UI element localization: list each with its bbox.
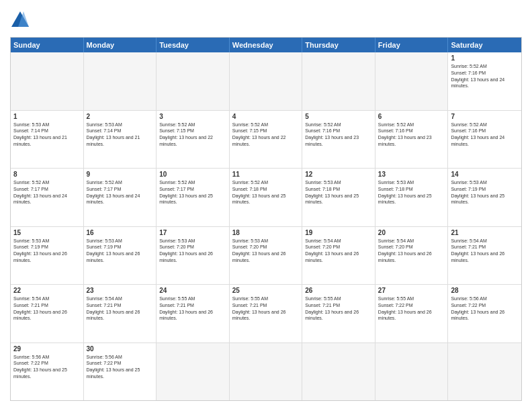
day-number: 27 bbox=[378, 287, 445, 294]
day-number: 22 bbox=[13, 287, 81, 294]
day-number: 5 bbox=[305, 113, 372, 120]
calendar-cell: 14Sunrise: 5:53 AMSunset: 7:19 PMDayligh… bbox=[448, 169, 521, 226]
calendar-cell bbox=[230, 52, 303, 110]
calendar-cell bbox=[11, 52, 84, 110]
calendar-cell: 15Sunrise: 5:53 AMSunset: 7:19 PMDayligh… bbox=[11, 227, 84, 285]
day-number: 23 bbox=[87, 287, 154, 294]
calendar-cell bbox=[230, 343, 303, 401]
calendar-cell: 24Sunrise: 5:55 AMSunset: 7:21 PMDayligh… bbox=[157, 285, 230, 342]
calendar-cell: 16Sunrise: 5:53 AMSunset: 7:19 PMDayligh… bbox=[84, 227, 157, 285]
day-number: 17 bbox=[159, 229, 226, 236]
cell-info: Sunrise: 5:56 AMSunset: 7:22 PMDaylight:… bbox=[13, 354, 81, 380]
calendar-page: SundayMondayTuesdayWednesdayThursdayFrid… bbox=[0, 0, 532, 411]
cell-info: Sunrise: 5:55 AMSunset: 7:21 PMDaylight:… bbox=[305, 295, 372, 322]
day-number: 25 bbox=[232, 287, 300, 294]
cell-info: Sunrise: 5:54 AMSunset: 7:20 PMDaylight:… bbox=[305, 238, 372, 264]
cell-info: Sunrise: 5:54 AMSunset: 7:21 PMDaylight:… bbox=[87, 295, 154, 322]
day-number: 2 bbox=[87, 113, 154, 120]
calendar-header-cell: Wednesday bbox=[230, 38, 303, 52]
calendar-cell: 3Sunrise: 5:52 AMSunset: 7:15 PMDaylight… bbox=[157, 111, 230, 169]
day-number: 9 bbox=[87, 171, 154, 178]
calendar-row: 22Sunrise: 5:54 AMSunset: 7:21 PMDayligh… bbox=[11, 285, 521, 343]
page-header bbox=[10, 10, 522, 30]
day-number: 28 bbox=[451, 287, 519, 294]
cell-info: Sunrise: 5:52 AMSunset: 7:16 PMDaylight:… bbox=[451, 122, 519, 148]
cell-info: Sunrise: 5:53 AMSunset: 7:19 PMDaylight:… bbox=[87, 238, 154, 264]
cell-info: Sunrise: 5:54 AMSunset: 7:21 PMDaylight:… bbox=[451, 238, 519, 264]
calendar-cell: 8Sunrise: 5:52 AMSunset: 7:17 PMDaylight… bbox=[11, 169, 84, 226]
calendar-cell: 28Sunrise: 5:56 AMSunset: 7:22 PMDayligh… bbox=[448, 285, 521, 342]
day-number: 21 bbox=[451, 229, 519, 236]
calendar-body: 1Sunrise: 5:52 AMSunset: 7:16 PMDaylight… bbox=[11, 52, 521, 400]
cell-info: Sunrise: 5:56 AMSunset: 7:22 PMDaylight:… bbox=[451, 295, 519, 322]
calendar-cell bbox=[302, 343, 375, 401]
day-number: 1 bbox=[451, 54, 519, 62]
cell-info: Sunrise: 5:53 AMSunset: 7:20 PMDaylight:… bbox=[159, 238, 226, 264]
calendar-cell bbox=[448, 343, 521, 401]
cell-info: Sunrise: 5:52 AMSunset: 7:17 PMDaylight:… bbox=[87, 179, 154, 205]
cell-info: Sunrise: 5:52 AMSunset: 7:16 PMDaylight:… bbox=[378, 122, 445, 148]
calendar-cell: 11Sunrise: 5:52 AMSunset: 7:18 PMDayligh… bbox=[230, 169, 303, 226]
calendar-cell: 2Sunrise: 5:53 AMSunset: 7:14 PMDaylight… bbox=[84, 111, 157, 169]
calendar-cell: 4Sunrise: 5:52 AMSunset: 7:15 PMDaylight… bbox=[230, 111, 303, 169]
cell-info: Sunrise: 5:55 AMSunset: 7:21 PMDaylight:… bbox=[232, 295, 300, 322]
day-number: 24 bbox=[159, 287, 226, 294]
cell-info: Sunrise: 5:53 AMSunset: 7:18 PMDaylight:… bbox=[378, 179, 445, 205]
day-number: 30 bbox=[87, 345, 154, 353]
day-number: 11 bbox=[232, 171, 300, 178]
day-number: 13 bbox=[378, 171, 445, 178]
day-number: 16 bbox=[87, 229, 154, 236]
calendar-cell: 18Sunrise: 5:53 AMSunset: 7:20 PMDayligh… bbox=[230, 227, 303, 285]
calendar-cell bbox=[302, 52, 375, 110]
day-number: 26 bbox=[305, 287, 372, 294]
calendar-cell: 7Sunrise: 5:52 AMSunset: 7:16 PMDaylight… bbox=[448, 111, 521, 169]
calendar-cell: 20Sunrise: 5:54 AMSunset: 7:20 PMDayligh… bbox=[375, 227, 449, 285]
calendar-cell: 5Sunrise: 5:52 AMSunset: 7:16 PMDaylight… bbox=[302, 111, 375, 169]
cell-info: Sunrise: 5:52 AMSunset: 7:16 PMDaylight:… bbox=[305, 122, 372, 148]
cell-info: Sunrise: 5:55 AMSunset: 7:22 PMDaylight:… bbox=[378, 295, 445, 322]
cell-info: Sunrise: 5:53 AMSunset: 7:14 PMDaylight:… bbox=[87, 122, 154, 148]
cell-info: Sunrise: 5:52 AMSunset: 7:17 PMDaylight:… bbox=[159, 179, 226, 205]
cell-info: Sunrise: 5:52 AMSunset: 7:18 PMDaylight:… bbox=[232, 179, 300, 205]
calendar-cell: 23Sunrise: 5:54 AMSunset: 7:21 PMDayligh… bbox=[84, 285, 157, 342]
calendar-row: 1Sunrise: 5:53 AMSunset: 7:14 PMDaylight… bbox=[11, 111, 521, 169]
calendar-cell: 12Sunrise: 5:53 AMSunset: 7:18 PMDayligh… bbox=[302, 169, 375, 226]
calendar-header: SundayMondayTuesdayWednesdayThursdayFrid… bbox=[11, 38, 521, 52]
calendar-cell: 6Sunrise: 5:52 AMSunset: 7:16 PMDaylight… bbox=[375, 111, 449, 169]
calendar-cell: 19Sunrise: 5:54 AMSunset: 7:20 PMDayligh… bbox=[302, 227, 375, 285]
calendar-row: 8Sunrise: 5:52 AMSunset: 7:17 PMDaylight… bbox=[11, 169, 521, 227]
day-number: 29 bbox=[13, 345, 81, 353]
calendar-header-cell: Friday bbox=[375, 38, 449, 52]
calendar-cell: 29Sunrise: 5:56 AMSunset: 7:22 PMDayligh… bbox=[11, 343, 84, 401]
cell-info: Sunrise: 5:54 AMSunset: 7:20 PMDaylight:… bbox=[378, 238, 445, 264]
calendar-cell: 13Sunrise: 5:53 AMSunset: 7:18 PMDayligh… bbox=[375, 169, 449, 226]
calendar-header-cell: Monday bbox=[84, 38, 157, 52]
cell-info: Sunrise: 5:52 AMSunset: 7:16 PMDaylight:… bbox=[451, 63, 519, 89]
cell-info: Sunrise: 5:52 AMSunset: 7:17 PMDaylight:… bbox=[13, 179, 81, 205]
calendar-cell: 10Sunrise: 5:52 AMSunset: 7:17 PMDayligh… bbox=[157, 169, 230, 226]
day-number: 15 bbox=[13, 229, 81, 236]
day-number: 20 bbox=[378, 229, 445, 236]
calendar-cell bbox=[375, 52, 449, 110]
calendar-cell: 1Sunrise: 5:52 AMSunset: 7:16 PMDaylight… bbox=[448, 52, 521, 110]
day-number: 4 bbox=[232, 113, 300, 120]
cell-info: Sunrise: 5:53 AMSunset: 7:20 PMDaylight:… bbox=[232, 238, 300, 264]
calendar-row: 29Sunrise: 5:56 AMSunset: 7:22 PMDayligh… bbox=[11, 343, 521, 401]
day-number: 19 bbox=[305, 229, 372, 236]
day-number: 10 bbox=[159, 171, 226, 178]
calendar-cell bbox=[157, 52, 230, 110]
calendar-row: 15Sunrise: 5:53 AMSunset: 7:19 PMDayligh… bbox=[11, 227, 521, 285]
calendar-cell: 30Sunrise: 5:56 AMSunset: 7:22 PMDayligh… bbox=[84, 343, 157, 401]
calendar-cell: 9Sunrise: 5:52 AMSunset: 7:17 PMDaylight… bbox=[84, 169, 157, 226]
cell-info: Sunrise: 5:53 AMSunset: 7:18 PMDaylight:… bbox=[305, 179, 372, 205]
calendar-row: 1Sunrise: 5:52 AMSunset: 7:16 PMDaylight… bbox=[11, 52, 521, 111]
logo bbox=[10, 10, 33, 30]
day-number: 12 bbox=[305, 171, 372, 178]
cell-info: Sunrise: 5:52 AMSunset: 7:15 PMDaylight:… bbox=[159, 122, 226, 148]
calendar-cell: 22Sunrise: 5:54 AMSunset: 7:21 PMDayligh… bbox=[11, 285, 84, 342]
calendar-header-cell: Saturday bbox=[448, 38, 521, 52]
calendar: SundayMondayTuesdayWednesdayThursdayFrid… bbox=[10, 37, 522, 401]
day-number: 1 bbox=[13, 113, 81, 120]
calendar-cell: 21Sunrise: 5:54 AMSunset: 7:21 PMDayligh… bbox=[448, 227, 521, 285]
calendar-cell bbox=[375, 343, 449, 401]
